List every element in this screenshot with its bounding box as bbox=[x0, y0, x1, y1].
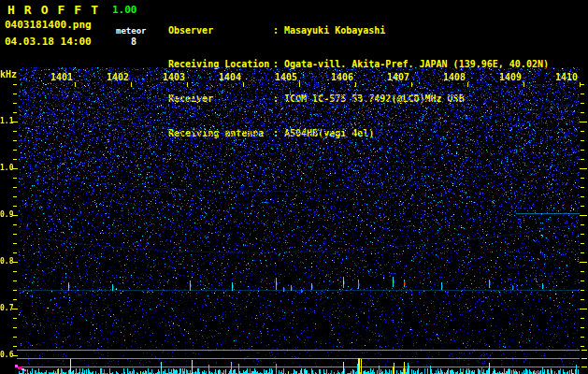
time-axis-label: 1407 bbox=[382, 72, 409, 82]
freq-axis-label: 1.0 bbox=[0, 164, 12, 172]
time-axis-label: 1401 bbox=[46, 72, 73, 82]
freq-axis-label: 0.9 bbox=[0, 210, 12, 219]
time-axis-label: 1403 bbox=[158, 72, 185, 82]
time-axis-label: 1404 bbox=[214, 72, 241, 82]
info-row-observer: Observer:Masayuki Kobayashi bbox=[168, 25, 549, 36]
hrofft-screen: HROFFT 1.00 0403181400.png 04.03.18 14:0… bbox=[0, 0, 588, 374]
time-axis-label: 1406 bbox=[326, 72, 353, 82]
info-value: Masayuki Kobayashi bbox=[284, 25, 385, 36]
meteor-mode-label: meteor bbox=[116, 26, 147, 36]
time-axis-label: 1409 bbox=[495, 72, 522, 82]
time-axis-label: 1402 bbox=[102, 72, 129, 82]
output-filename: 0403181400.png bbox=[5, 19, 92, 31]
freq-axis-label: 0.8 bbox=[0, 257, 12, 266]
time-axis-label: 1410 bbox=[551, 72, 578, 82]
meteor-count: 8 bbox=[131, 36, 136, 47]
observation-datetime: 04.03.18 14:00 bbox=[5, 36, 92, 48]
freq-axis-label: 1.1 bbox=[0, 117, 12, 125]
info-label: Observer bbox=[168, 25, 273, 36]
freq-axis-label: 0.6 bbox=[0, 351, 12, 359]
time-axis-label: 1405 bbox=[270, 72, 297, 82]
app-version: 1.00 bbox=[112, 4, 137, 16]
time-axis-label: 1408 bbox=[438, 72, 466, 82]
freq-axis-label: 0.7 bbox=[0, 304, 12, 312]
app-title: HROFFT bbox=[7, 3, 108, 17]
spectrogram-canvas bbox=[0, 64, 588, 374]
frequency-unit-label: kHz bbox=[0, 69, 17, 79]
info-separator: : bbox=[273, 25, 284, 36]
